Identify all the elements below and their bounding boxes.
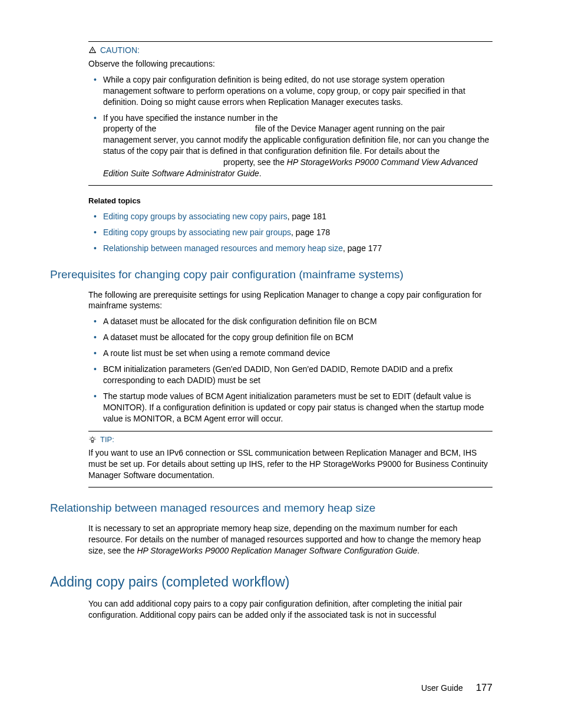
page-footer: User Guide 177	[421, 682, 492, 694]
relationship-text: It is necessary to set an appropriate me…	[88, 523, 492, 556]
caution-list: While a copy pair configuration definiti…	[103, 74, 492, 179]
related-topics-list: Editing copy groups by associating new c…	[103, 211, 492, 254]
svg-point-1	[91, 437, 94, 441]
related-link[interactable]: Relationship between managed resources a…	[103, 243, 343, 253]
prereq-list: A dataset must be allocated for the disk…	[103, 316, 492, 424]
tip-label: TIP:	[100, 435, 114, 444]
caution-bullet: If you have specified the instance numbe…	[103, 113, 492, 179]
page-number: 177	[476, 682, 492, 693]
svg-line-3	[90, 437, 91, 438]
adding-text: You can add additional copy pairs to a c…	[88, 598, 492, 621]
related-topics-heading: Related topics	[88, 196, 492, 205]
caution-triangle-icon	[88, 46, 97, 54]
adding-heading: Adding copy pairs (completed workflow)	[50, 574, 492, 590]
footer-label: User Guide	[421, 683, 463, 693]
caution-intro: Observe the following precautions:	[88, 58, 492, 70]
related-link[interactable]: Editing copy groups by associating new p…	[103, 228, 291, 237]
related-link-item: Editing copy groups by associating new c…	[103, 211, 492, 222]
related-link-item: Editing copy groups by associating new p…	[103, 227, 492, 238]
tip-header: TIP:	[88, 435, 492, 444]
prereq-intro: The following are prerequisite settings …	[88, 289, 492, 312]
prereq-heading: Prerequisites for changing copy pair con…	[50, 268, 492, 281]
caution-header: CAUTION:	[88, 45, 492, 55]
svg-rect-7	[92, 441, 94, 443]
lightbulb-icon	[88, 436, 97, 444]
prereq-bullet: A route list must be set when using a re…	[103, 348, 492, 359]
related-link[interactable]: Editing copy groups by associating new c…	[103, 212, 287, 221]
svg-line-4	[95, 437, 95, 438]
tip-text: If you want to use an IPv6 connection or…	[88, 447, 492, 481]
prereq-bullet: The startup mode values of BCM Agent ini…	[103, 391, 492, 424]
caution-bullet: While a copy pair configuration definiti…	[103, 74, 492, 108]
relationship-heading: Relationship between managed resources a…	[50, 502, 492, 515]
prereq-bullet: A dataset must be allocated for the disk…	[103, 316, 492, 327]
related-link-item: Relationship between managed resources a…	[103, 243, 492, 254]
prereq-bullet: A dataset must be allocated for the copy…	[103, 332, 492, 343]
prereq-bullet: BCM initialization parameters (Gen'ed DA…	[103, 364, 492, 386]
caution-label: CAUTION:	[100, 45, 140, 55]
